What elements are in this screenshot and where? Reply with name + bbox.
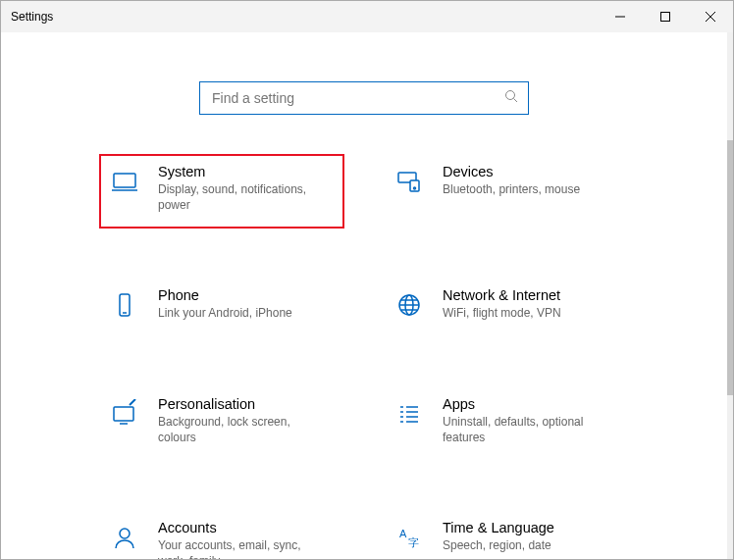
- search-container: [1, 81, 727, 115]
- tile-desc: WiFi, flight mode, VPN: [443, 305, 561, 321]
- svg-line-5: [514, 99, 518, 103]
- tile-desc: Your accounts, email, sync, work, family: [158, 537, 325, 559]
- caption-buttons: [598, 1, 733, 32]
- tile-title: Personalisation: [158, 396, 325, 412]
- tile-title: System: [158, 164, 325, 179]
- client-area: System Display, sound, notifications, po…: [1, 32, 727, 559]
- window-title: Settings: [11, 10, 53, 24]
- categories-grid: System Display, sound, notifications, po…: [99, 154, 629, 559]
- maximize-button[interactable]: [643, 1, 688, 32]
- tile-desc: Bluetooth, printers, mouse: [443, 181, 580, 197]
- tile-title: Phone: [158, 287, 292, 303]
- tile-desc: Background, lock screen, colours: [158, 414, 325, 445]
- scrollbar-thumb[interactable]: [727, 140, 733, 395]
- tile-desc: Uninstall, defaults, optional features: [443, 414, 609, 445]
- tile-title: Devices: [443, 164, 580, 179]
- search-icon: [504, 89, 518, 107]
- personalisation-icon: [109, 398, 140, 430]
- tile-title: Network & Internet: [443, 287, 561, 303]
- maximize-icon: [660, 12, 670, 22]
- tile-phone[interactable]: Phone Link your Android, iPhone: [99, 278, 344, 336]
- svg-point-29: [120, 529, 130, 538]
- close-icon: [706, 12, 715, 22]
- svg-rect-6: [114, 174, 135, 187]
- tile-desc: Display, sound, notifications, power: [158, 181, 325, 213]
- tile-desc: Link your Android, iPhone: [158, 305, 292, 321]
- tile-title: Accounts: [158, 520, 325, 535]
- system-icon: [109, 166, 140, 197]
- tile-devices[interactable]: Devices Bluetooth, printers, mouse: [384, 154, 629, 229]
- tile-title: Apps: [443, 396, 609, 412]
- svg-rect-1: [661, 13, 670, 22]
- globe-icon: [393, 289, 425, 321]
- close-button[interactable]: [688, 1, 733, 32]
- phone-icon: [109, 289, 140, 321]
- tile-personalisation[interactable]: Personalisation Background, lock screen,…: [99, 386, 344, 461]
- svg-point-4: [506, 91, 515, 100]
- tile-apps[interactable]: Apps Uninstall, defaults, optional featu…: [384, 386, 629, 461]
- svg-rect-18: [114, 407, 133, 421]
- time-language-icon: A字: [393, 522, 425, 553]
- svg-line-20: [130, 399, 135, 405]
- tile-accounts[interactable]: Accounts Your accounts, email, sync, wor…: [99, 510, 344, 559]
- tile-system[interactable]: System Display, sound, notifications, po…: [99, 154, 344, 229]
- search-input[interactable]: [210, 89, 504, 107]
- devices-icon: [393, 166, 425, 197]
- tile-desc: Speech, region, date: [443, 537, 554, 553]
- tile-network[interactable]: Network & Internet WiFi, flight mode, VP…: [384, 278, 629, 336]
- svg-text:A: A: [399, 528, 407, 539]
- tile-time-language[interactable]: A字 Time & Language Speech, region, date: [384, 510, 629, 559]
- search-box[interactable]: [199, 81, 529, 115]
- apps-icon: [393, 398, 425, 430]
- minimize-button[interactable]: [598, 1, 643, 32]
- vertical-scrollbar[interactable]: [727, 32, 733, 560]
- accounts-icon: [109, 522, 140, 553]
- titlebar: Settings: [1, 1, 733, 32]
- svg-text:字: 字: [408, 536, 419, 548]
- settings-window: Settings: [0, 0, 734, 560]
- minimize-icon: [615, 12, 625, 22]
- tile-title: Time & Language: [443, 520, 554, 535]
